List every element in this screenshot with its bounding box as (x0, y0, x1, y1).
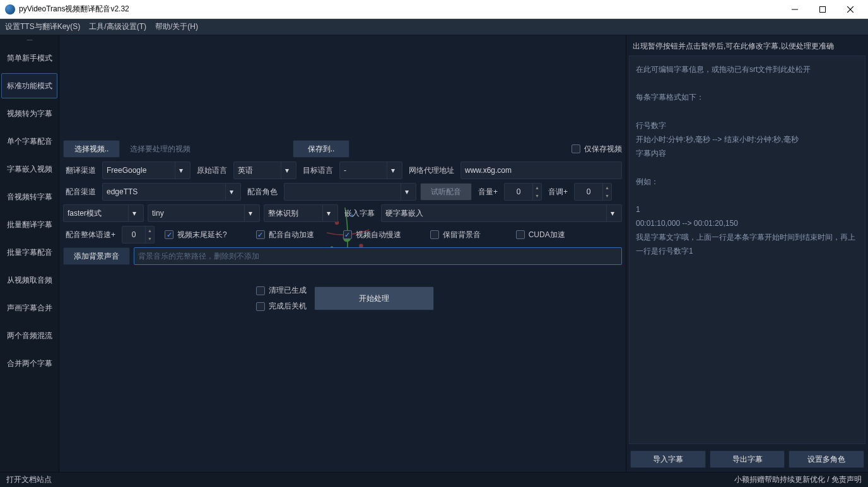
dub-role-label: 配音角色 (245, 187, 280, 197)
sidebar-item-av-to-sub[interactable]: 音视频转字幕 (1, 184, 57, 209)
whisper-mode-select[interactable]: faster模式 ▾ (63, 204, 144, 222)
menu-help[interactable]: 帮助/关于(H) (155, 21, 198, 32)
overall-speed-spin[interactable]: 0 ▲▼ (122, 226, 155, 244)
embed-subtitle-select[interactable]: 硬字幕嵌入 ▾ (381, 204, 622, 222)
auto-speed-checkbox[interactable]: 配音自动加速 (256, 230, 314, 240)
start-process-button[interactable]: 开始处理 (314, 286, 434, 310)
export-subtitle-button[interactable]: 导出字幕 (710, 450, 785, 468)
sidebar-item-merge-avs[interactable]: 声画字幕合并 (1, 295, 57, 320)
auto-slow-checkbox[interactable]: 视频自动慢速 (343, 230, 401, 240)
bgm-path-input[interactable] (134, 247, 622, 265)
translate-channel-select[interactable]: FreeGoogle ▾ (102, 161, 191, 179)
shutdown-after-checkbox[interactable]: 完成后关机 (256, 301, 307, 312)
clean-generated-checkbox[interactable]: 清理已生成 (256, 285, 307, 296)
chevron-down-icon: ▾ (387, 162, 398, 179)
target-lang-label: 目标语言 (300, 165, 336, 176)
pitch-spin[interactable]: 0 ▲▼ (574, 183, 612, 201)
sidebar-item-extract-audio[interactable]: 从视频取音频 (1, 267, 57, 293)
cuda-checkbox[interactable]: CUDA加速 (516, 230, 565, 240)
tail-extend-checkbox[interactable]: 视频末尾延长? (165, 230, 227, 240)
subtitle-panel-header: 出现暂停按钮并点击暂停后,可在此修改字幕,以便处理更准确 (626, 35, 868, 56)
recognition-mode-select[interactable]: 整体识别 ▾ (264, 204, 338, 222)
sidebar-item-batch-translate[interactable]: 批量翻译字幕 (1, 212, 57, 237)
sidebar-item-batch-dub[interactable]: 批量字幕配音 (1, 240, 57, 265)
main-panel: 选择视频.. 选择要处理的视频 保存到.. 仅保存视频 翻译渠道 FreeGoo… (59, 35, 626, 472)
model-size-select[interactable]: tiny ▾ (148, 204, 260, 222)
statusbar: 打开文档站点 小额捐赠帮助持续更新优化 / 免责声明 (0, 472, 868, 487)
sidebar-item-mix-audio[interactable]: 两个音频混流 (1, 323, 57, 348)
subtitle-editor[interactable]: 在此可编辑字幕信息，或拖动已有srt文件到此处松开 每条字幕格式如下： 行号数字… (629, 56, 865, 444)
source-lang-select[interactable]: 英语 ▾ (233, 161, 296, 179)
dub-role-select[interactable]: ▾ (284, 183, 416, 201)
source-lang-label: 原始语言 (194, 165, 230, 176)
subtitle-panel: 出现暂停按钮并点击暂停后,可在此修改字幕,以便处理更准确 在此可编辑字幕信息，或… (626, 35, 868, 472)
sidebar-item-embed-sub[interactable]: 字幕嵌入视频 (1, 156, 57, 182)
only-save-video-checkbox[interactable]: 仅保存视频 (572, 144, 622, 155)
translate-channel-label: 翻译渠道 (63, 165, 98, 176)
menu-tools[interactable]: 工具/高级设置(T) (89, 21, 146, 32)
chevron-down-icon: ▾ (128, 205, 139, 221)
sidebar-item-video-to-sub[interactable]: 视频转为字幕 (1, 101, 57, 126)
proxy-label: 网络代理地址 (406, 165, 457, 176)
dub-channel-select[interactable]: edgeTTS ▾ (102, 183, 241, 201)
chevron-down-icon: ▾ (322, 205, 334, 221)
import-subtitle-button[interactable]: 导入字幕 (630, 450, 706, 468)
pitch-label: 音调+ (546, 187, 570, 197)
status-right-link[interactable]: 小额捐赠帮助持续更新优化 / 免责声明 (734, 474, 862, 485)
status-left-link[interactable]: 打开文档站点 (6, 474, 52, 485)
overall-speed-label: 配音整体语速+ (63, 230, 118, 240)
target-lang-select[interactable]: - ▾ (339, 161, 402, 179)
select-video-button[interactable]: 选择视频.. (63, 140, 120, 158)
close-button[interactable] (836, 1, 864, 18)
sidebar-collapse[interactable]: ⸺ (0, 35, 59, 44)
add-bgm-button[interactable]: 添加背景声音 (63, 247, 130, 265)
chevron-down-icon: ▾ (281, 162, 292, 179)
menu-settings[interactable]: 设置TTS与翻译Key(S) (5, 21, 80, 32)
sidebar: ⸺ 简单新手模式 标准功能模式 视频转为字幕 单个字幕配音 字幕嵌入视频 音视频… (0, 35, 59, 472)
proxy-input[interactable] (460, 161, 622, 179)
chevron-down-icon: ▾ (401, 184, 412, 200)
volume-label: 音量+ (476, 187, 500, 197)
embed-subtitle-label: 嵌入字幕 (342, 208, 377, 219)
select-video-hint: 选择要处理的视频 (130, 144, 191, 155)
sidebar-item-single-dub[interactable]: 单个字幕配音 (1, 129, 57, 154)
sidebar-item-merge-subs[interactable]: 合并两个字幕 (1, 351, 57, 376)
try-listen-button[interactable]: 试听配音 (420, 183, 472, 201)
app-icon (5, 4, 15, 15)
sidebar-item-standard[interactable]: 标准功能模式 (1, 73, 57, 98)
svg-rect-1 (820, 6, 826, 12)
sidebar-item-simple[interactable]: 简单新手模式 (1, 45, 57, 71)
chevron-down-icon: ▾ (244, 205, 255, 221)
menubar: 设置TTS与翻译Key(S) 工具/高级设置(T) 帮助/关于(H) (0, 19, 868, 35)
chevron-down-icon: ▾ (606, 205, 618, 221)
dub-channel-label: 配音渠道 (63, 187, 98, 197)
set-roles-button[interactable]: 设置多角色 (789, 450, 864, 468)
save-to-button[interactable]: 保存到.. (293, 140, 349, 158)
keep-bgm-checkbox[interactable]: 保留背景音 (430, 230, 481, 240)
maximize-button[interactable] (809, 1, 836, 18)
chevron-down-icon: ▾ (225, 184, 237, 200)
chevron-down-icon: ▾ (175, 162, 186, 179)
window-title: pyVideoTrans视频翻译配音v2.32 (19, 4, 781, 15)
titlebar: pyVideoTrans视频翻译配音v2.32 (0, 0, 868, 19)
minimize-button[interactable] (781, 1, 809, 18)
volume-spin[interactable]: 0 ▲▼ (504, 183, 542, 201)
